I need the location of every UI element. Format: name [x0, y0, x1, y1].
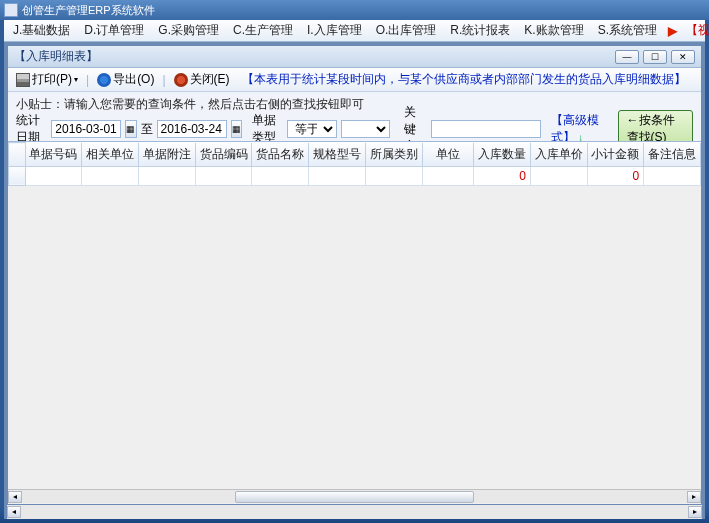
menu-stat-report[interactable]: R.统计报表 — [445, 20, 515, 41]
cell-goods-code[interactable] — [195, 166, 252, 185]
keyword-input[interactable] — [431, 120, 541, 138]
col-unit[interactable]: 单位 — [422, 143, 474, 167]
scroll-track[interactable] — [21, 506, 688, 518]
window-titlebar: 创管生产管理ERP系统软件 — [0, 0, 709, 20]
close-icon — [174, 73, 188, 87]
date-to-input[interactable] — [157, 120, 227, 138]
close-label: 关闭(E) — [190, 71, 230, 88]
menu-outbound-mgmt[interactable]: O.出库管理 — [371, 20, 442, 41]
cell-goods-name[interactable] — [252, 166, 309, 185]
col-qty[interactable]: 入库数量 — [474, 143, 531, 167]
menu-account-mgmt[interactable]: K.账款管理 — [519, 20, 588, 41]
mdi-h-scrollbar[interactable]: ◂ ▸ — [7, 505, 702, 519]
cell-category[interactable] — [365, 166, 422, 185]
export-label: 导出(O) — [113, 71, 154, 88]
dropdown-icon: ▾ — [74, 75, 78, 84]
scroll-right-button[interactable]: ▸ — [687, 491, 701, 503]
menu-inbound-mgmt[interactable]: I.入库管理 — [302, 20, 367, 41]
toolbar-note: 【本表用于统计某段时间内，与某个供应商或者内部部门发生的货品入库明细数据】 — [242, 71, 686, 88]
menu-order-mgmt[interactable]: D.订单管理 — [79, 20, 149, 41]
app-icon — [4, 3, 18, 17]
cell-price[interactable] — [530, 166, 587, 185]
export-icon — [97, 73, 111, 87]
date-to-label: 至 — [141, 121, 153, 138]
arrow-right-icon: ▶ — [668, 24, 677, 38]
data-grid[interactable]: 单据号码 相关单位 单据附注 货品编码 货品名称 规格型号 所属类别 单位 入库… — [8, 142, 701, 186]
cell-unit[interactable] — [422, 166, 474, 185]
menu-production-mgmt[interactable]: C.生产管理 — [228, 20, 298, 41]
minimize-button[interactable]: — — [615, 50, 639, 64]
col-subtotal[interactable]: 小计金额 — [587, 143, 644, 167]
row-selector-header[interactable] — [9, 143, 26, 167]
inner-h-scrollbar[interactable]: ◂ ▸ — [8, 489, 701, 503]
header-row: 单据号码 相关单位 单据附注 货品编码 货品名称 规格型号 所属类别 单位 入库… — [9, 143, 701, 167]
main-menu: J.基础数据 D.订单管理 G.采购管理 C.生产管理 I.入库管理 O.出库管… — [4, 20, 705, 42]
calendar-from-button[interactable]: ▦ — [125, 120, 136, 138]
print-label: 打印(P) — [32, 71, 72, 88]
scroll-left-button[interactable]: ◂ — [8, 491, 22, 503]
col-price[interactable]: 入库单价 — [530, 143, 587, 167]
filter-bar: 统计日期 ▦ 至 ▦ 单据类型 等于 关键字 【高级模式】 ↓ — [8, 117, 701, 141]
col-goods-name[interactable]: 货品名称 — [252, 143, 309, 167]
separator: | — [160, 73, 167, 87]
cell-doc-note[interactable] — [138, 166, 195, 185]
cell-doc-no[interactable] — [25, 166, 82, 185]
col-related-unit[interactable]: 相关单位 — [82, 143, 139, 167]
scroll-thumb[interactable] — [235, 491, 474, 503]
export-button[interactable]: 导出(O) — [95, 70, 156, 89]
calendar-to-button[interactable]: ▦ — [231, 120, 242, 138]
type-op-select[interactable]: 等于 — [287, 120, 337, 138]
cell-remark[interactable] — [644, 166, 701, 185]
col-category[interactable]: 所属类别 — [365, 143, 422, 167]
inner-window-title: 【入库明细表】 — [14, 48, 98, 65]
col-remark[interactable]: 备注信息 — [644, 143, 701, 167]
cell-spec[interactable] — [309, 166, 366, 185]
date-from-input[interactable] — [51, 120, 121, 138]
menu-system-mgmt[interactable]: S.系统管理 — [593, 20, 662, 41]
toolbar: 打印(P) ▾ | 导出(O) | 关闭(E) 【本表用于统计某段时间内，与某个… — [8, 68, 701, 92]
print-button[interactable]: 打印(P) ▾ — [14, 70, 80, 89]
col-spec[interactable]: 规格型号 — [309, 143, 366, 167]
cell-related-unit[interactable] — [82, 166, 139, 185]
menu-video-tutorial[interactable]: 【视频教程，先看再用】 — [681, 20, 709, 41]
cell-subtotal[interactable]: 0 — [587, 166, 644, 185]
row-selector[interactable] — [9, 166, 26, 185]
col-goods-code[interactable]: 货品编码 — [195, 143, 252, 167]
cell-qty[interactable]: 0 — [474, 166, 531, 185]
menu-purchase-mgmt[interactable]: G.采购管理 — [153, 20, 224, 41]
close-tab-button[interactable]: 关闭(E) — [172, 70, 232, 89]
menu-basic-data[interactable]: J.基础数据 — [8, 20, 75, 41]
printer-icon — [16, 73, 30, 87]
close-button[interactable]: ✕ — [671, 50, 695, 64]
type-value-select[interactable] — [341, 120, 390, 138]
maximize-button[interactable]: ☐ — [643, 50, 667, 64]
col-doc-note[interactable]: 单据附注 — [138, 143, 195, 167]
data-grid-wrap: 单据号码 相关单位 单据附注 货品编码 货品名称 规格型号 所属类别 单位 入库… — [8, 141, 701, 504]
scroll-track[interactable] — [22, 491, 687, 503]
scroll-left-button[interactable]: ◂ — [7, 506, 21, 518]
table-row[interactable]: 0 0 — [9, 166, 701, 185]
separator: | — [84, 73, 91, 87]
window-title: 创管生产管理ERP系统软件 — [22, 3, 155, 18]
scroll-right-button[interactable]: ▸ — [688, 506, 702, 518]
inbound-detail-window: 【入库明细表】 — ☐ ✕ 打印(P) ▾ | 导出(O) — [7, 45, 702, 505]
col-doc-no[interactable]: 单据号码 — [25, 143, 82, 167]
